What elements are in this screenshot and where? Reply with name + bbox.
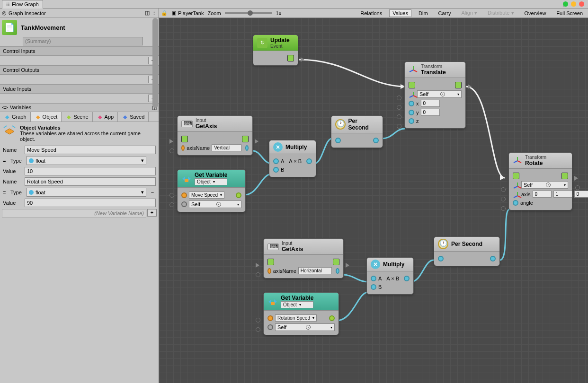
flow-out-port[interactable] [287, 55, 294, 61]
flow-in-port[interactable] [409, 82, 415, 88]
target-picker-icon[interactable] [216, 202, 221, 207]
tab-app[interactable]: ◆App [93, 112, 118, 122]
relations-button[interactable]: Relations [357, 9, 385, 17]
tab-object[interactable]: ◆Object [31, 112, 62, 122]
node-persecond-2[interactable]: Per Second [434, 236, 500, 266]
remove-var-button[interactable]: − [149, 190, 156, 195]
control-outputs-header[interactable]: Control Outputs [0, 65, 159, 75]
input-port[interactable] [438, 256, 444, 261]
close-dot[interactable] [579, 1, 584, 7]
lock-icon[interactable]: 🔒 [161, 10, 168, 16]
node-header[interactable]: Per Second [434, 237, 499, 252]
flow-out-port[interactable] [455, 82, 462, 88]
ext-value-port[interactable] [501, 187, 506, 192]
scope-dropdown[interactable]: Object [281, 301, 313, 308]
node-header[interactable]: Get Variable Object [264, 293, 339, 311]
scrollbar-thumb[interactable] [152, 18, 158, 108]
summary-input[interactable] [23, 37, 143, 45]
target-dropdown[interactable]: Self [417, 90, 462, 98]
input-port[interactable] [181, 192, 187, 198]
ext-value-port[interactable] [397, 124, 401, 129]
ext-value-port[interactable] [256, 272, 260, 277]
ext-value-port[interactable] [256, 327, 260, 332]
input-port[interactable] [335, 138, 341, 143]
var-value-input[interactable] [25, 199, 156, 207]
inspector-menu-icon[interactable]: ⋮ [151, 10, 157, 16]
ext-value-port[interactable] [169, 193, 174, 198]
node-header[interactable]: Get Variable Object [178, 170, 245, 188]
remove-var-button[interactable]: − [149, 158, 156, 164]
ext-flow-port[interactable] [346, 263, 352, 268]
value-inputs-header[interactable]: Value Inputs [0, 84, 159, 94]
node-header[interactable]: ↻ Update Event [253, 35, 298, 51]
var-type-dropdown[interactable]: float▾ [27, 188, 146, 197]
target-port[interactable] [267, 324, 273, 330]
distribute-button[interactable]: Distribute ▾ [484, 9, 517, 17]
output-port[interactable] [490, 256, 496, 261]
y-input[interactable] [421, 109, 440, 116]
axis-name-input[interactable] [212, 144, 241, 151]
node-translate[interactable]: Transform Translate Self x y z [404, 61, 466, 129]
ext-value-port[interactable] [575, 185, 580, 190]
dim-button[interactable]: Dim [415, 9, 431, 17]
var-value-input[interactable] [25, 167, 156, 175]
tab-saved[interactable]: ◆Saved [118, 112, 149, 122]
input-port[interactable] [267, 268, 271, 274]
ext-value-port[interactable] [169, 148, 174, 153]
values-button[interactable]: Values [389, 9, 411, 17]
flow-out-port[interactable] [242, 136, 249, 142]
axis-z-input[interactable] [574, 191, 588, 198]
carry-button[interactable]: Carry [435, 9, 454, 17]
b-port[interactable] [273, 167, 279, 173]
overview-button[interactable]: Overview [521, 9, 550, 17]
drag-handle[interactable]: = [3, 190, 8, 195]
node-getaxis-horizontal[interactable]: Input GetAxis axisName [263, 238, 344, 279]
add-variable-button[interactable]: + [147, 209, 157, 217]
node-header[interactable]: Input GetAxis [178, 116, 252, 132]
target-picker-icon[interactable] [440, 92, 445, 96]
node-header[interactable]: × Multiply [367, 258, 413, 271]
new-variable-input[interactable] [2, 209, 146, 218]
output-port[interactable] [373, 138, 379, 143]
zoom-slider[interactable] [225, 12, 272, 14]
node-update[interactable]: ↻ Update Event [253, 35, 298, 66]
fullscreen-button[interactable]: Full Screen [553, 9, 586, 17]
scope-dropdown[interactable]: Object [195, 178, 227, 185]
popout-icon[interactable]: ◫ [145, 10, 150, 16]
ext-value-port[interactable] [397, 96, 401, 100]
ext-value-port[interactable] [397, 114, 401, 119]
flow-in-port[interactable] [267, 259, 274, 265]
context-selector[interactable]: ▣ PlayerTank [171, 10, 204, 16]
axis-y-input[interactable] [553, 191, 572, 198]
ext-value-port[interactable] [256, 318, 260, 322]
angle-port[interactable] [513, 200, 518, 206]
input-port[interactable] [181, 145, 185, 151]
target-dropdown[interactable]: Self [189, 200, 241, 208]
result-port[interactable] [306, 158, 312, 164]
x-port[interactable] [409, 101, 414, 106]
node-getaxis-vertical[interactable]: Input GetAxis axisName [177, 115, 253, 156]
ext-value-port[interactable] [501, 197, 506, 201]
a-port[interactable] [273, 158, 279, 164]
var-name-input[interactable] [25, 146, 156, 154]
node-header[interactable]: Transform Translate [405, 62, 465, 78]
node-header[interactable]: Input GetAxis [264, 239, 343, 255]
target-picker-icon[interactable] [306, 325, 311, 330]
flow-in-port[interactable] [513, 173, 519, 179]
output-port[interactable] [336, 268, 339, 274]
ext-flow-port[interactable] [256, 263, 262, 268]
variable-dropdown[interactable]: Rotation Speed [275, 314, 317, 322]
flow-out-port[interactable] [333, 259, 339, 265]
node-header[interactable]: × Multiply [269, 140, 316, 154]
node-multiply-2[interactable]: × Multiply AA × B B [366, 257, 414, 295]
input-port[interactable] [267, 315, 273, 321]
tab-graph[interactable]: ◆Graph [0, 112, 31, 122]
node-header[interactable]: Transform Rotate [509, 153, 572, 169]
ext-flow-port[interactable] [255, 139, 261, 144]
control-inputs-header[interactable]: Control Inputs [0, 46, 159, 56]
node-getvar-rotationspeed[interactable]: Get Variable Object Rotation Speed Self [263, 292, 339, 335]
target-dropdown[interactable]: Self [521, 181, 568, 189]
node-getvar-movespeed[interactable]: Get Variable Object Move Speed Self [177, 169, 246, 212]
ext-flow-port[interactable] [169, 139, 176, 144]
b-port[interactable] [371, 284, 376, 290]
